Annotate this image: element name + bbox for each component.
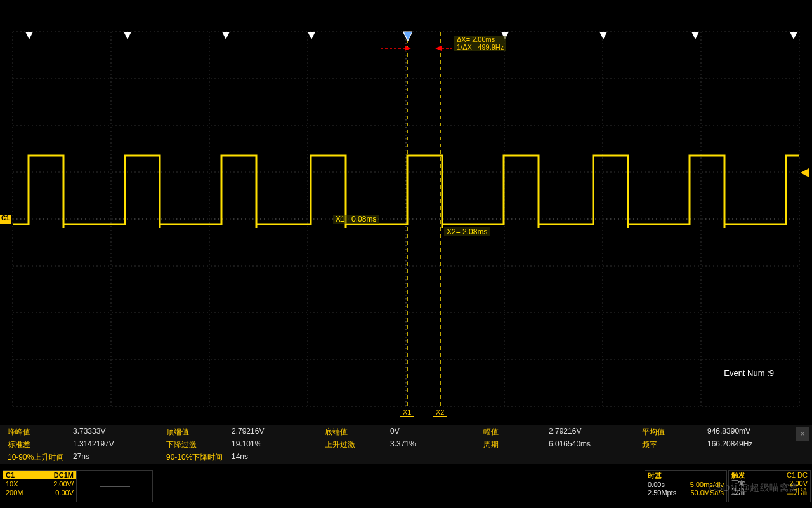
svg-marker-30: [801, 168, 809, 177]
meas-top-value: 2.79216V: [232, 427, 317, 438]
ch-name: C1: [6, 471, 15, 479]
trigger-mode: 正常: [731, 479, 745, 488]
svg-marker-27: [599, 32, 607, 39]
channel-box-c1[interactable]: C1DC1M 10X2.00V/ 200M0.00V: [3, 470, 77, 502]
meas-freq-label: 频率: [634, 439, 707, 450]
meas-rise-value: 27ns: [73, 452, 159, 463]
timebase-pts: 2.50Mpts: [648, 489, 676, 497]
meas-std-label: 标准差: [0, 439, 73, 450]
svg-marker-29: [790, 32, 797, 39]
timebase-title: 时基: [648, 471, 724, 481]
meas-freq-value: 166.20849Hz: [707, 439, 793, 450]
meas-period-value: 6.016540ms: [549, 439, 634, 450]
bottom-status-bar: C1DC1M 10X2.00V/ 200M0.00V 时基 0.00s5.00m…: [0, 469, 812, 504]
svg-marker-23: [222, 32, 230, 39]
meas-top-label: 顶端值: [159, 427, 232, 438]
meas-mean-label: 平均值: [634, 427, 707, 438]
trigger-position-marker[interactable]: [381, 32, 452, 51]
waveform-display[interactable]: ΔX= 2.00ms 1/ΔX= 499.9Hz X1= 0.08ms X2= …: [0, 0, 812, 422]
meas-rover-value: 3.371%: [390, 439, 476, 450]
trigger-box[interactable]: 触发C1 DC 正常2.00V 边沿上升沿: [728, 470, 811, 502]
meas-mean-value: 946.8390mV: [707, 427, 793, 438]
meas-rise-label: 10-90%上升时间: [0, 452, 73, 463]
svg-marker-37: [435, 46, 442, 51]
ch-offset: 0.00V: [55, 488, 74, 497]
timebase-pos: 0.00s: [648, 481, 665, 489]
svg-marker-34: [403, 32, 412, 41]
event-counter: Event Num :9: [724, 368, 774, 378]
meas-fover-value: 19.101%: [232, 439, 317, 450]
svg-marker-28: [691, 32, 699, 39]
meas-period-label: 周期: [476, 439, 549, 450]
svg-marker-22: [124, 32, 131, 39]
scope-svg: [0, 0, 812, 422]
meas-pkpk-label: 峰峰值: [0, 427, 73, 438]
measurements-panel: × 峰峰值3.73333V 顶端值2.79216V 底端值0V 幅值2.7921…: [0, 425, 812, 464]
meas-amp-value: 2.79216V: [549, 427, 634, 438]
meas-amp-label: 幅值: [476, 427, 549, 438]
xy-position-control[interactable]: [77, 470, 153, 502]
ch-bw: 200M: [6, 488, 23, 497]
cursor-x2-readout: X2= 2.08ms: [444, 227, 490, 236]
ch-coupling: DC1M: [54, 471, 74, 479]
timebase-scale: 5.00ms/div: [690, 481, 724, 489]
trigger-src: C1 DC: [787, 471, 808, 479]
meas-base-value: 0V: [390, 427, 476, 438]
trigger-level: 2.00V: [789, 479, 808, 488]
meas-rover-label: 上升过激: [317, 439, 390, 450]
cursor-x2-tag[interactable]: X2: [433, 408, 447, 417]
meas-fall-value: 14ns: [232, 452, 317, 463]
svg-marker-24: [308, 32, 315, 39]
cursor-delta-readout: ΔX= 2.00ms 1/ΔX= 499.9Hz: [454, 36, 506, 51]
timebase-rate: 50.0MSa/s: [690, 489, 724, 497]
svg-marker-21: [25, 32, 33, 39]
ch-scale: 2.00V/: [53, 479, 74, 488]
trigger-title: 触发: [731, 471, 745, 479]
timebase-box[interactable]: 时基 0.00s5.00ms/div 2.50Mpts50.0MSa/s: [645, 470, 727, 502]
meas-fall-label: 90-10%下降时间: [159, 452, 232, 463]
cursor-x1-tag[interactable]: X1: [400, 408, 414, 417]
svg-marker-36: [405, 46, 411, 51]
cursor-x1-readout: X1= 0.08ms: [333, 215, 379, 224]
meas-std-value: 1.3142197V: [73, 439, 159, 450]
meas-base-label: 底端值: [317, 427, 390, 438]
ch1-ground-marker: C1: [1, 215, 10, 222]
trigger-edge: 上升沿: [787, 488, 808, 496]
close-icon[interactable]: ×: [796, 427, 809, 441]
meas-pkpk-value: 3.73333V: [73, 427, 159, 438]
ch-probe: 10X: [6, 479, 18, 488]
meas-fover-label: 下降过激: [159, 439, 232, 450]
trigger-type: 边沿: [731, 488, 745, 496]
